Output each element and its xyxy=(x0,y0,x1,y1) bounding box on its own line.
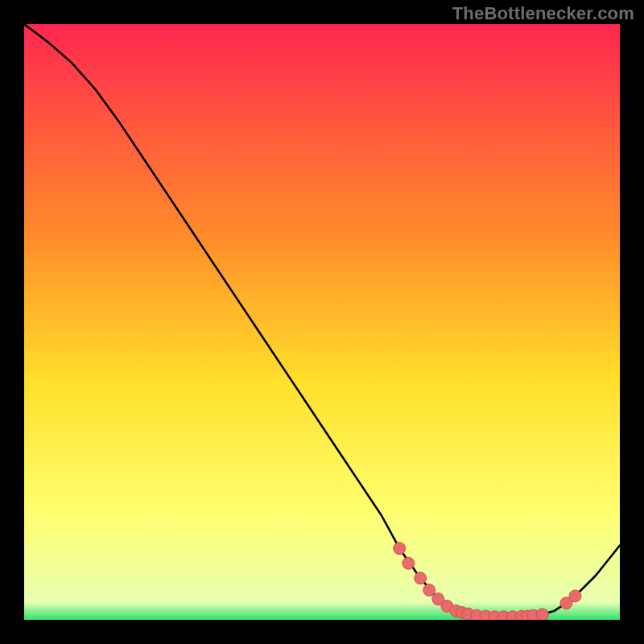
plot-area xyxy=(24,24,620,620)
data-marker xyxy=(536,609,548,620)
watermark-text: TheBottlenecker.com xyxy=(452,3,634,24)
data-marker xyxy=(402,557,415,569)
chart-svg xyxy=(24,24,620,620)
chart-frame: TheBottlenecker.com xyxy=(0,0,644,644)
data-marker xyxy=(569,590,581,602)
data-marker xyxy=(423,584,436,597)
data-marker xyxy=(415,572,427,584)
data-marker xyxy=(394,543,406,555)
